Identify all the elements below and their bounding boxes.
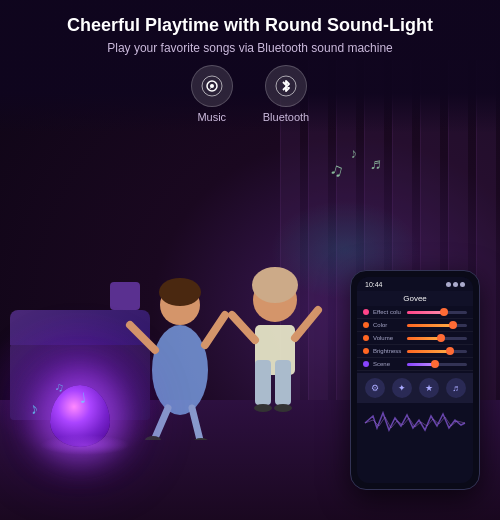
slider-fill-1 <box>407 324 452 327</box>
bluetooth-icon <box>275 75 297 97</box>
control-dot-4 <box>363 361 369 367</box>
slider-thumb-2 <box>437 334 445 342</box>
slider-track-3[interactable] <box>407 350 467 353</box>
slider-fill-3 <box>407 350 449 353</box>
svg-point-2 <box>159 278 201 306</box>
slider-thumb-3 <box>446 347 454 355</box>
svg-point-8 <box>193 438 209 440</box>
music-icon: ♪ <box>201 75 223 97</box>
control-dot-3 <box>363 348 369 354</box>
features-row: ♪ Music Bluetooth <box>20 65 480 123</box>
control-label-4: Scene <box>373 361 403 367</box>
svg-line-6 <box>192 408 200 440</box>
control-row-4: Scene <box>357 358 473 371</box>
slider-fill-0 <box>407 311 443 314</box>
phone-status-icons <box>446 282 465 287</box>
phone-app-name: Govee <box>357 291 473 306</box>
control-dot-1 <box>363 322 369 328</box>
slider-fill-4 <box>407 363 434 366</box>
feature-music: ♪ Music <box>191 65 233 123</box>
phone-waveform <box>363 408 467 438</box>
control-row-2: Volume <box>357 332 473 345</box>
control-row-3: Brightness <box>357 345 473 358</box>
slider-thumb-0 <box>440 308 448 316</box>
control-row-0: Effect colu <box>357 306 473 319</box>
music-label: Music <box>197 111 226 123</box>
svg-rect-11 <box>275 360 291 405</box>
phone-screen: 10:44 Govee Effect colu <box>357 277 473 483</box>
slider-track-4[interactable] <box>407 363 467 366</box>
phone-icon-2[interactable]: ★ <box>419 378 439 398</box>
phone-mockup: 10:44 Govee Effect colu <box>350 270 480 490</box>
slider-track-0[interactable] <box>407 311 467 314</box>
phone-bottom-icons: ⚙ ✦ ★ ♬ <box>357 373 473 403</box>
svg-rect-10 <box>255 360 271 405</box>
top-content: Cheerful Playtime with Round Sound-Light… <box>0 0 500 133</box>
slider-thumb-4 <box>431 360 439 368</box>
bluetooth-icon-circle <box>265 65 307 107</box>
phone-icon-0[interactable]: ⚙ <box>365 378 385 398</box>
main-title: Cheerful Playtime with Round Sound-Light <box>20 14 480 37</box>
slider-track-2[interactable] <box>407 337 467 340</box>
svg-line-15 <box>295 310 318 338</box>
control-label-0: Effect colu <box>373 309 403 315</box>
control-label-1: Color <box>373 322 403 328</box>
control-dot-2 <box>363 335 369 341</box>
svg-line-4 <box>205 315 225 345</box>
slider-track-1[interactable] <box>407 324 467 327</box>
control-row-1: Color <box>357 319 473 332</box>
subtitle: Play your favorite songs via Bluetooth s… <box>20 41 480 55</box>
svg-line-3 <box>130 325 155 350</box>
phone-icon-3[interactable]: ♬ <box>446 378 466 398</box>
slider-thumb-1 <box>449 321 457 329</box>
phone-time: 10:44 <box>365 281 383 288</box>
phone-status-bar: 10:44 <box>357 277 473 291</box>
slider-fill-2 <box>407 337 440 340</box>
svg-line-5 <box>155 408 168 438</box>
children-illustration <box>100 190 350 440</box>
feature-bluetooth: Bluetooth <box>263 65 309 123</box>
light-glow <box>40 435 130 455</box>
control-label-3: Brightness <box>373 348 403 354</box>
bluetooth-label: Bluetooth <box>263 111 309 123</box>
svg-point-0 <box>152 325 208 415</box>
music-icon-circle: ♪ <box>191 65 233 107</box>
control-dot-0 <box>363 309 369 315</box>
phone-icon-1[interactable]: ✦ <box>392 378 412 398</box>
svg-point-17 <box>274 404 292 412</box>
svg-point-16 <box>254 404 272 412</box>
svg-line-14 <box>232 315 255 340</box>
svg-text:♪: ♪ <box>209 83 213 90</box>
main-scene: ♪ ♫ ♩ ♫ ♪ ♬ 10:44 Govee <box>0 0 500 520</box>
control-label-2: Volume <box>373 335 403 341</box>
phone-wave-area <box>357 403 473 443</box>
svg-point-13 <box>252 267 298 303</box>
